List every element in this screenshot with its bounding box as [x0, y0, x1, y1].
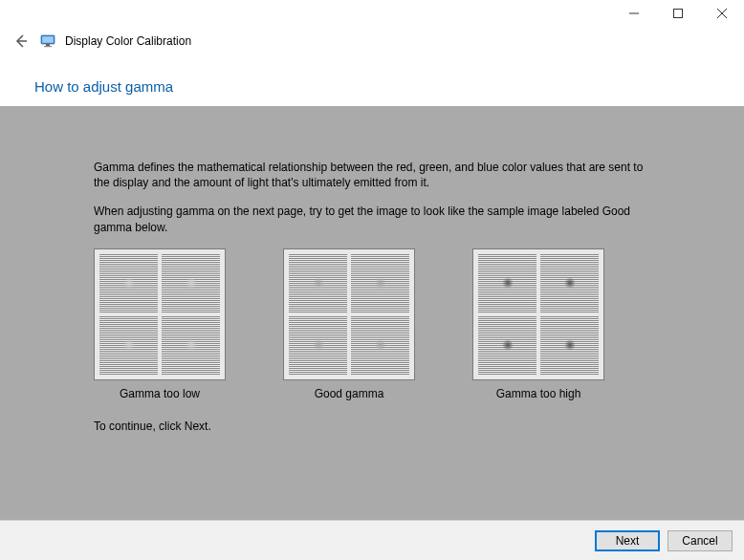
sample-image-low [94, 248, 226, 380]
sample-gamma-high: Gamma too high [472, 248, 604, 401]
gamma-samples: Gamma too low Good gamma Gamma too high [94, 248, 650, 401]
back-arrow-icon [13, 33, 29, 49]
svg-rect-7 [46, 44, 50, 46]
cancel-button[interactable]: Cancel [667, 530, 733, 551]
minimize-icon [629, 9, 639, 18]
footer: Next Cancel [0, 520, 744, 560]
close-icon [717, 9, 727, 18]
sample-gamma-low: Gamma too low [94, 248, 226, 401]
close-button[interactable] [700, 0, 744, 27]
svg-rect-8 [44, 46, 52, 47]
maximize-button[interactable] [656, 0, 700, 27]
window-title: Display Color Calibration [65, 34, 191, 48]
back-button[interactable] [11, 32, 31, 51]
sample-label-good: Good gamma [315, 386, 384, 401]
sample-label-low: Gamma too low [120, 386, 200, 401]
svg-rect-6 [42, 36, 54, 43]
sample-label-high: Gamma too high [496, 386, 581, 401]
content-panel: Gamma defines the mathematical relations… [0, 106, 744, 531]
titlebar [0, 0, 744, 27]
page-heading: How to adjust gamma [0, 55, 744, 106]
svg-rect-1 [674, 10, 683, 18]
next-button[interactable]: Next [595, 530, 660, 551]
continue-instruction: To continue, click Next. [94, 419, 650, 434]
sample-gamma-good: Good gamma [283, 248, 415, 401]
sample-image-good [283, 248, 415, 380]
minimize-button[interactable] [612, 0, 656, 27]
header: Display Color Calibration [0, 27, 744, 55]
maximize-icon [673, 9, 683, 18]
description-paragraph-2: When adjusting gamma on the next page, t… [94, 204, 650, 234]
description-paragraph-1: Gamma defines the mathematical relations… [94, 160, 650, 190]
display-icon [40, 33, 55, 49]
sample-image-high [472, 248, 604, 380]
